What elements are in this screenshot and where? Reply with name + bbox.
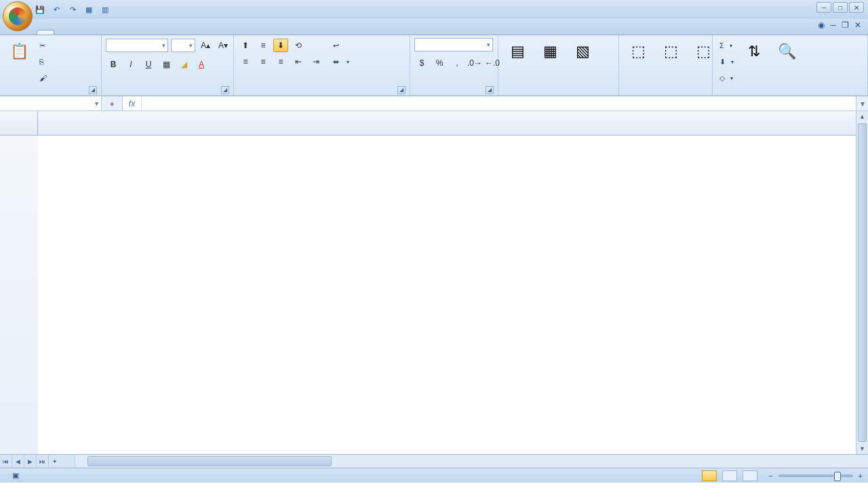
font-size-combo[interactable] — [171, 39, 195, 52]
paste-button[interactable]: 📋 — [4, 38, 34, 66]
sort-filter-button[interactable]: ⇅ — [739, 38, 769, 66]
fill-color-button[interactable]: ◢ — [176, 58, 191, 71]
formula-input[interactable] — [142, 99, 856, 108]
tab-home[interactable] — [37, 30, 54, 35]
decrease-decimal-button[interactable]: ←.0 — [485, 56, 500, 70]
hscroll-thumb[interactable] — [87, 456, 332, 466]
percent-button[interactable]: % — [432, 56, 447, 70]
tab-developer[interactable] — [160, 30, 178, 35]
maximize-button[interactable]: □ — [833, 2, 848, 13]
find-select-button[interactable]: 🔍 — [772, 38, 802, 66]
delete-icon: ⬚ — [660, 41, 682, 62]
minimize-button[interactable]: ─ — [816, 2, 831, 13]
page-layout-view-button[interactable] — [722, 470, 737, 481]
scroll-down-icon[interactable]: ▼ — [856, 443, 868, 454]
zoom-in-icon[interactable]: + — [859, 472, 863, 480]
paste-icon: 📋 — [8, 41, 30, 62]
increase-indent-button[interactable]: ⇥ — [309, 55, 323, 68]
alignment-dialog-launcher[interactable]: ◢ — [397, 86, 406, 94]
align-middle-button[interactable]: ≡ — [256, 39, 271, 52]
tab-review[interactable] — [125, 30, 142, 35]
merge-icon: ⬌ — [333, 58, 339, 66]
redo-icon[interactable]: ↷ — [66, 3, 79, 16]
macro-record-icon[interactable]: ▣ — [12, 471, 19, 480]
name-box[interactable] — [0, 96, 102, 110]
number-format-combo[interactable] — [414, 38, 493, 52]
zoom-out-icon[interactable]: − — [768, 472, 772, 480]
vertical-scrollbar[interactable]: ▲ ▼ — [856, 111, 868, 454]
delete-cells-button[interactable]: ⬚ — [656, 38, 686, 66]
tab-data[interactable] — [107, 30, 125, 35]
align-bottom-button[interactable]: ⬇ — [273, 39, 288, 52]
align-top-button[interactable]: ⬆ — [238, 39, 253, 52]
undo-icon[interactable]: ↶ — [50, 3, 62, 16]
clipboard-dialog-launcher[interactable]: ◢ — [89, 86, 97, 94]
close-button[interactable]: ✕ — [849, 2, 864, 13]
accounting-button[interactable]: $ — [414, 56, 429, 70]
doc-close-icon[interactable]: ✕ — [854, 20, 861, 30]
tab-view[interactable] — [142, 30, 160, 35]
bold-button[interactable]: B — [106, 58, 121, 71]
new-sheet-icon[interactable]: ✦ — [49, 455, 61, 468]
font-name-combo[interactable] — [106, 39, 168, 52]
decrease-indent-button[interactable]: ⇤ — [291, 55, 306, 68]
underline-button[interactable]: U — [141, 58, 156, 71]
border-button[interactable]: ▦ — [159, 58, 174, 71]
office-button[interactable] — [3, 1, 33, 31]
format-painter-button[interactable]: 🖌 — [37, 70, 52, 85]
help-icon[interactable]: ◉ — [818, 20, 825, 30]
copy-button[interactable]: ⎘ — [37, 54, 52, 69]
cell-styles-button[interactable]: ▧ — [568, 38, 597, 66]
select-all-corner[interactable] — [0, 111, 38, 136]
autosum-button[interactable]: Σ▾ — [717, 38, 736, 53]
cell-styles-icon: ▧ — [572, 41, 593, 62]
doc-restore-icon[interactable]: ❐ — [842, 20, 849, 30]
clear-button[interactable]: ◇▾ — [717, 70, 736, 85]
increase-decimal-button[interactable]: .0→ — [467, 56, 482, 70]
insert-cells-button[interactable]: ⬚ — [623, 38, 653, 66]
page-break-view-button[interactable] — [743, 470, 757, 481]
align-left-button[interactable]: ≡ — [238, 55, 253, 68]
group-editing: Σ▾ ⬇▾ ◇▾ ⇅ 🔍 — [713, 35, 868, 96]
orientation-button[interactable]: ⟲ — [291, 39, 306, 52]
scroll-up-icon[interactable]: ▲ — [856, 111, 868, 122]
tab-first-icon[interactable]: ⏮ — [0, 455, 12, 468]
comma-button[interactable]: , — [450, 56, 465, 70]
font-color-button[interactable]: A — [194, 58, 209, 71]
conditional-formatting-button[interactable]: ▤ — [502, 38, 532, 66]
save-icon[interactable]: 💾 — [34, 3, 46, 16]
sigma-icon: Σ — [719, 41, 724, 49]
tab-prev-icon[interactable]: ◀ — [12, 455, 24, 468]
tab-page-layout[interactable] — [72, 30, 90, 35]
fill-button[interactable]: ⬇▾ — [717, 54, 736, 69]
formula-bar-expand[interactable]: ▾ — [856, 96, 868, 110]
italic-button[interactable]: I — [123, 58, 138, 71]
tab-last-icon[interactable]: ⏭ — [37, 455, 49, 468]
zoom-slider[interactable] — [778, 474, 853, 477]
vscroll-thumb[interactable] — [858, 123, 867, 442]
sort-icon: ⇅ — [743, 41, 765, 62]
qat-custom2-icon[interactable]: ▥ — [99, 3, 111, 16]
tab-insert[interactable] — [54, 30, 72, 35]
cut-button[interactable]: ✂ — [37, 38, 52, 53]
number-dialog-launcher[interactable]: ◢ — [486, 86, 494, 94]
group-number: $ % , .0→ ←.0 ◢ — [410, 35, 498, 96]
qat-custom-icon[interactable]: ▦ — [83, 3, 95, 16]
tab-formulas[interactable] — [90, 30, 107, 35]
ribbon-minimize-icon[interactable]: ─ — [830, 20, 836, 30]
ribbon-tabs: ◉ ─ ❐ ✕ — [0, 19, 868, 35]
cell-grid[interactable] — [38, 136, 856, 454]
merge-center-button[interactable]: ⬌▾ — [330, 54, 352, 69]
normal-view-button[interactable] — [702, 470, 717, 481]
wrap-text-button[interactable]: ↩ — [330, 38, 352, 53]
format-as-table-button[interactable]: ▦ — [535, 38, 565, 66]
fx-button[interactable]: fx — [123, 96, 142, 110]
align-center-button[interactable]: ≡ — [256, 55, 271, 68]
align-right-button[interactable]: ≡ — [273, 55, 288, 68]
worksheet[interactable]: ▲ ▼ — [0, 111, 868, 454]
decrease-font-icon[interactable]: A▾ — [216, 39, 231, 52]
increase-font-icon[interactable]: A▴ — [198, 39, 213, 52]
font-dialog-launcher[interactable]: ◢ — [221, 86, 229, 94]
horizontal-scrollbar[interactable] — [75, 455, 868, 468]
tab-next-icon[interactable]: ▶ — [24, 455, 37, 468]
